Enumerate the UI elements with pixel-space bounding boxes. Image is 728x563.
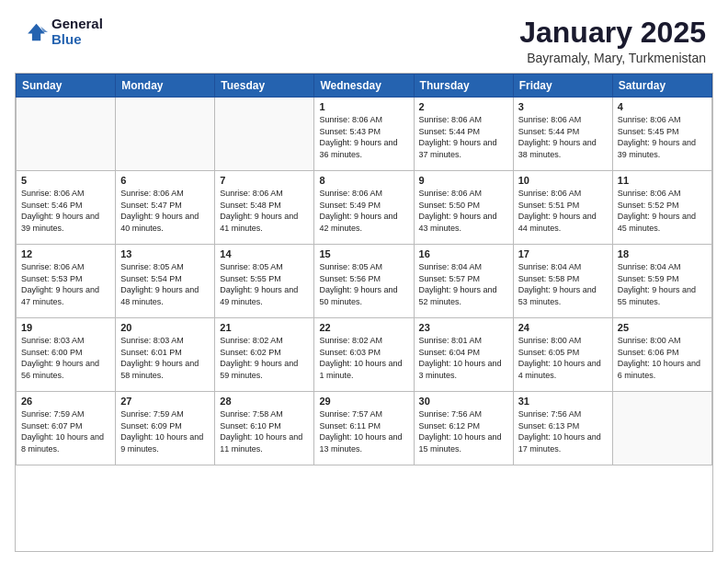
calendar-cell: 12Sunrise: 8:06 AMSunset: 5:53 PMDayligh… bbox=[17, 245, 116, 318]
day-info: Sunrise: 7:56 AMSunset: 6:13 PMDaylight:… bbox=[518, 408, 608, 454]
day-number: 29 bbox=[319, 396, 408, 407]
svg-marker-0 bbox=[28, 23, 45, 40]
day-info: Sunrise: 8:00 AMSunset: 6:06 PMDaylight:… bbox=[618, 335, 707, 381]
day-number: 28 bbox=[220, 396, 309, 407]
day-number: 1 bbox=[319, 101, 408, 112]
calendar-cell: 4Sunrise: 8:06 AMSunset: 5:45 PMDaylight… bbox=[612, 98, 711, 171]
day-info: Sunrise: 8:06 AMSunset: 5:53 PMDaylight:… bbox=[21, 261, 110, 307]
calendar-cell: 15Sunrise: 8:05 AMSunset: 5:56 PMDayligh… bbox=[314, 245, 414, 318]
logo-text: General Blue bbox=[51, 17, 103, 47]
day-number: 5 bbox=[21, 175, 110, 186]
day-number: 18 bbox=[618, 248, 707, 259]
day-info: Sunrise: 8:04 AMSunset: 5:59 PMDaylight:… bbox=[618, 261, 707, 307]
day-number: 3 bbox=[518, 101, 608, 112]
calendar-cell bbox=[612, 392, 711, 465]
day-header-sunday: Sunday bbox=[17, 75, 116, 98]
day-number: 10 bbox=[518, 175, 608, 186]
calendar-body: 1Sunrise: 8:06 AMSunset: 5:43 PMDaylight… bbox=[17, 98, 712, 465]
day-number: 23 bbox=[419, 322, 508, 333]
day-header-friday: Friday bbox=[513, 75, 612, 98]
day-header-monday: Monday bbox=[116, 75, 215, 98]
day-info: Sunrise: 8:06 AMSunset: 5:49 PMDaylight:… bbox=[319, 188, 408, 234]
calendar-cell: 18Sunrise: 8:04 AMSunset: 5:59 PMDayligh… bbox=[612, 245, 711, 318]
day-number: 12 bbox=[21, 248, 110, 259]
day-number: 27 bbox=[120, 396, 210, 407]
calendar-week-2: 5Sunrise: 8:06 AMSunset: 5:46 PMDaylight… bbox=[17, 171, 712, 245]
day-number: 15 bbox=[319, 248, 408, 259]
calendar-cell: 31Sunrise: 7:56 AMSunset: 6:13 PMDayligh… bbox=[513, 392, 612, 465]
calendar-cell: 22Sunrise: 8:02 AMSunset: 6:03 PMDayligh… bbox=[314, 318, 414, 392]
day-number: 30 bbox=[419, 396, 508, 407]
day-info: Sunrise: 8:05 AMSunset: 5:55 PMDaylight:… bbox=[220, 261, 309, 307]
calendar-cell: 8Sunrise: 8:06 AMSunset: 5:49 PMDaylight… bbox=[314, 171, 414, 245]
title-block: January 2025 Bayramaly, Mary, Turkmenist… bbox=[519, 17, 706, 65]
day-number: 22 bbox=[319, 322, 408, 333]
day-info: Sunrise: 8:06 AMSunset: 5:48 PMDaylight:… bbox=[220, 188, 309, 234]
calendar: SundayMondayTuesdayWednesdayThursdayFrid… bbox=[15, 73, 713, 552]
day-header-tuesday: Tuesday bbox=[215, 75, 314, 98]
day-number: 25 bbox=[618, 322, 707, 333]
day-info: Sunrise: 8:06 AMSunset: 5:45 PMDaylight:… bbox=[618, 114, 707, 160]
calendar-cell: 5Sunrise: 8:06 AMSunset: 5:46 PMDaylight… bbox=[17, 171, 116, 245]
day-number: 17 bbox=[518, 248, 608, 259]
header: General Blue January 2025 Bayramaly, Mar… bbox=[0, 0, 728, 73]
day-info: Sunrise: 8:03 AMSunset: 6:01 PMDaylight:… bbox=[120, 335, 210, 381]
calendar-week-1: 1Sunrise: 8:06 AMSunset: 5:43 PMDaylight… bbox=[17, 98, 712, 171]
day-number: 26 bbox=[21, 396, 110, 407]
calendar-header-row: SundayMondayTuesdayWednesdayThursdayFrid… bbox=[17, 75, 712, 98]
day-info: Sunrise: 7:59 AMSunset: 6:09 PMDaylight:… bbox=[120, 408, 210, 454]
day-info: Sunrise: 8:05 AMSunset: 5:54 PMDaylight:… bbox=[120, 261, 210, 307]
day-number: 16 bbox=[419, 248, 508, 259]
calendar-cell: 7Sunrise: 8:06 AMSunset: 5:48 PMDaylight… bbox=[215, 171, 314, 245]
calendar-cell bbox=[17, 98, 116, 171]
day-number: 7 bbox=[220, 175, 309, 186]
calendar-cell: 20Sunrise: 8:03 AMSunset: 6:01 PMDayligh… bbox=[116, 318, 215, 392]
calendar-cell: 1Sunrise: 8:06 AMSunset: 5:43 PMDaylight… bbox=[314, 98, 414, 171]
calendar-week-3: 12Sunrise: 8:06 AMSunset: 5:53 PMDayligh… bbox=[17, 245, 712, 318]
calendar-cell: 9Sunrise: 8:06 AMSunset: 5:50 PMDaylight… bbox=[414, 171, 513, 245]
calendar-cell: 24Sunrise: 8:00 AMSunset: 6:05 PMDayligh… bbox=[513, 318, 612, 392]
day-info: Sunrise: 8:06 AMSunset: 5:44 PMDaylight:… bbox=[419, 114, 508, 160]
calendar-cell: 16Sunrise: 8:04 AMSunset: 5:57 PMDayligh… bbox=[414, 245, 513, 318]
day-number: 19 bbox=[21, 322, 110, 333]
day-number: 13 bbox=[120, 248, 210, 259]
calendar-cell: 21Sunrise: 8:02 AMSunset: 6:02 PMDayligh… bbox=[215, 318, 314, 392]
day-info: Sunrise: 8:06 AMSunset: 5:46 PMDaylight:… bbox=[21, 188, 110, 234]
logo: General Blue bbox=[22, 17, 103, 47]
calendar-week-4: 19Sunrise: 8:03 AMSunset: 6:00 PMDayligh… bbox=[17, 318, 712, 392]
calendar-cell: 27Sunrise: 7:59 AMSunset: 6:09 PMDayligh… bbox=[116, 392, 215, 465]
day-info: Sunrise: 8:06 AMSunset: 5:50 PMDaylight:… bbox=[419, 188, 508, 234]
day-info: Sunrise: 7:56 AMSunset: 6:12 PMDaylight:… bbox=[419, 408, 508, 454]
location-subtitle: Bayramaly, Mary, Turkmenistan bbox=[519, 51, 706, 65]
calendar-cell: 23Sunrise: 8:01 AMSunset: 6:04 PMDayligh… bbox=[414, 318, 513, 392]
month-title: January 2025 bbox=[519, 17, 706, 49]
day-info: Sunrise: 8:04 AMSunset: 5:58 PMDaylight:… bbox=[518, 261, 608, 307]
calendar-cell: 28Sunrise: 7:58 AMSunset: 6:10 PMDayligh… bbox=[215, 392, 314, 465]
calendar-cell: 2Sunrise: 8:06 AMSunset: 5:44 PMDaylight… bbox=[414, 98, 513, 171]
calendar-cell: 6Sunrise: 8:06 AMSunset: 5:47 PMDaylight… bbox=[116, 171, 215, 245]
calendar-cell bbox=[116, 98, 215, 171]
day-info: Sunrise: 8:02 AMSunset: 6:02 PMDaylight:… bbox=[220, 335, 309, 381]
day-info: Sunrise: 8:05 AMSunset: 5:56 PMDaylight:… bbox=[319, 261, 408, 307]
day-number: 6 bbox=[120, 175, 210, 186]
calendar-cell: 13Sunrise: 8:05 AMSunset: 5:54 PMDayligh… bbox=[116, 245, 215, 318]
day-info: Sunrise: 7:57 AMSunset: 6:11 PMDaylight:… bbox=[319, 408, 408, 454]
calendar-cell: 30Sunrise: 7:56 AMSunset: 6:12 PMDayligh… bbox=[414, 392, 513, 465]
calendar-cell: 26Sunrise: 7:59 AMSunset: 6:07 PMDayligh… bbox=[17, 392, 116, 465]
logo-blue-label: Blue bbox=[51, 32, 103, 48]
calendar-cell: 3Sunrise: 8:06 AMSunset: 5:44 PMDaylight… bbox=[513, 98, 612, 171]
day-number: 14 bbox=[220, 248, 309, 259]
calendar-cell: 19Sunrise: 8:03 AMSunset: 6:00 PMDayligh… bbox=[17, 318, 116, 392]
calendar-cell: 29Sunrise: 7:57 AMSunset: 6:11 PMDayligh… bbox=[314, 392, 414, 465]
logo-general-label: General bbox=[51, 17, 103, 32]
day-header-wednesday: Wednesday bbox=[314, 75, 414, 98]
day-header-thursday: Thursday bbox=[414, 75, 513, 98]
day-info: Sunrise: 8:06 AMSunset: 5:51 PMDaylight:… bbox=[518, 188, 608, 234]
day-number: 24 bbox=[518, 322, 608, 333]
day-info: Sunrise: 8:00 AMSunset: 6:05 PMDaylight:… bbox=[518, 335, 608, 381]
day-number: 31 bbox=[518, 396, 608, 407]
day-info: Sunrise: 8:06 AMSunset: 5:47 PMDaylight:… bbox=[120, 188, 210, 234]
day-info: Sunrise: 7:59 AMSunset: 6:07 PMDaylight:… bbox=[21, 408, 110, 454]
day-header-saturday: Saturday bbox=[612, 75, 711, 98]
day-number: 11 bbox=[618, 175, 707, 186]
